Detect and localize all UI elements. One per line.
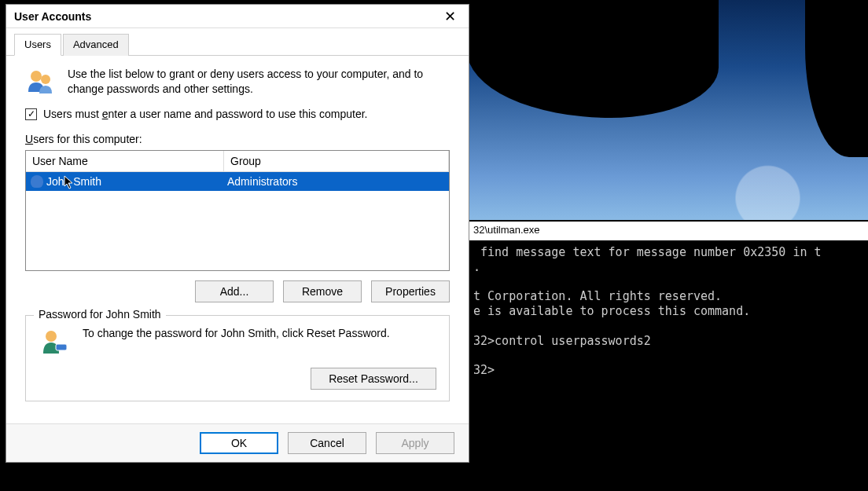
svg-rect-3 <box>56 344 67 350</box>
remove-button[interactable]: Remove <box>283 280 362 302</box>
reset-password-button[interactable]: Reset Password... <box>311 368 436 390</box>
svg-point-1 <box>41 75 50 84</box>
column-user-name[interactable]: User Name <box>26 151 224 171</box>
password-groupbox: Password for John Smith To change the pa… <box>25 315 450 401</box>
password-group-title: Password for John Smith <box>34 308 166 321</box>
user-accounts-dialog: User Accounts ✕ Users Advanced Use the l… <box>6 4 469 463</box>
user-icon <box>31 175 43 188</box>
users-list-label: Users for this computer: <box>25 133 450 145</box>
users-icon <box>25 67 55 97</box>
svg-point-0 <box>31 71 42 82</box>
user-group-cell: Administrators <box>224 175 449 188</box>
cancel-button[interactable]: Cancel <box>288 432 366 454</box>
user-name-cell: John Smith <box>46 175 101 188</box>
password-icon <box>39 327 68 357</box>
titlebar[interactable]: User Accounts ✕ <box>6 5 469 28</box>
tabstrip: Users Advanced <box>6 28 469 56</box>
dialog-title: User Accounts <box>14 10 91 23</box>
tab-advanced[interactable]: Advanced <box>63 34 129 56</box>
require-password-label: Users must enter a user name and passwor… <box>43 108 367 120</box>
require-password-checkbox-row[interactable]: ✓ Users must enter a user name and passw… <box>25 108 450 120</box>
users-pane: Use the list below to grant or deny user… <box>6 56 469 423</box>
apply-button[interactable]: Apply <box>376 432 454 454</box>
list-buttons: Add... Remove Properties <box>25 280 450 302</box>
svg-point-2 <box>46 331 57 342</box>
users-listview[interactable]: User Name Group John Smith Administrator… <box>25 150 450 271</box>
dialog-footer: OK Cancel Apply <box>6 423 469 462</box>
password-instruction-text: To change the password for John Smith, c… <box>83 327 390 339</box>
cmd-window-title: 32\utilman.exe <box>469 222 868 240</box>
properties-button[interactable]: Properties <box>371 280 450 302</box>
close-button[interactable]: ✕ <box>434 6 465 27</box>
tab-users[interactable]: Users <box>14 34 61 56</box>
intro-section: Use the list below to grant or deny user… <box>25 67 450 97</box>
add-button[interactable]: Add... <box>195 280 274 302</box>
wallpaper-highlight <box>467 0 868 220</box>
intro-text: Use the list below to grant or deny user… <box>68 67 450 97</box>
require-password-checkbox[interactable]: ✓ <box>25 108 37 120</box>
listview-header[interactable]: User Name Group <box>26 151 449 172</box>
ok-button[interactable]: OK <box>200 432 278 454</box>
cmd-window-body[interactable]: find message text for message number 0x2… <box>469 240 868 491</box>
column-group[interactable]: Group <box>224 151 449 171</box>
user-row[interactable]: John Smith Administrators <box>26 172 449 191</box>
